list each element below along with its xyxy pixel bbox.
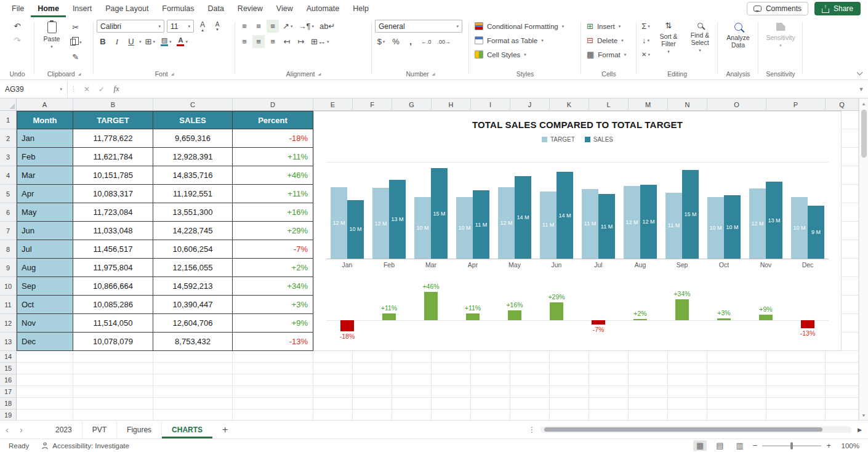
row-header-2[interactable]: 2: [0, 129, 17, 148]
empty-cell[interactable]: [550, 410, 589, 420]
row-header-4[interactable]: 4: [0, 166, 17, 185]
empty-cell[interactable]: [766, 398, 826, 410]
page-layout-view-icon[interactable]: ▤: [713, 440, 726, 451]
row-header-12[interactable]: 12: [0, 314, 17, 333]
menu-tab-data[interactable]: Data: [201, 0, 230, 17]
row-header-10[interactable]: 10: [0, 277, 17, 296]
align-bottom-button[interactable]: ≡: [267, 20, 279, 33]
empty-cell[interactable]: [668, 363, 707, 374]
alignment-dialog-launcher[interactable]: ◢: [318, 71, 321, 76]
empty-cell[interactable]: [233, 374, 313, 386]
empty-cell[interactable]: [153, 386, 233, 398]
empty-cell[interactable]: [766, 410, 826, 420]
page-break-view-icon[interactable]: ▥: [733, 440, 747, 451]
sales-bar-nov[interactable]: 13 M: [766, 182, 782, 259]
row-header-15[interactable]: 15: [0, 363, 17, 374]
column-header-i[interactable]: I: [471, 99, 510, 111]
target-bar-may[interactable]: 12 M: [498, 187, 515, 259]
empty-cell[interactable]: [550, 398, 589, 410]
cell-percent-mar[interactable]: +46%: [233, 166, 313, 185]
zoom-level[interactable]: 100%: [837, 442, 859, 450]
menu-tab-formulas[interactable]: Formulas: [155, 0, 201, 17]
sheet-nav-right-icon[interactable]: ›: [14, 424, 28, 435]
target-bar-jun[interactable]: 11 M: [540, 192, 557, 259]
cell-month-sep[interactable]: Sep: [17, 277, 73, 296]
target-bar-jan[interactable]: 12 M: [331, 187, 347, 259]
empty-cell[interactable]: [233, 398, 313, 410]
empty-cell[interactable]: [392, 363, 432, 374]
cell-target-apr[interactable]: 10,083,317: [73, 185, 153, 203]
empty-cell[interactable]: [766, 386, 826, 398]
column-header-d[interactable]: D: [233, 99, 313, 111]
cell-sales-feb[interactable]: 12,928,391: [153, 148, 233, 166]
vertical-scrollbar[interactable]: ▲ ▼: [859, 99, 868, 420]
scrollbar-splitter-icon[interactable]: ⋮: [523, 426, 540, 434]
target-bar-mar[interactable]: 10 M: [414, 197, 431, 259]
percent-bar-jul[interactable]: [592, 320, 605, 325]
empty-cell[interactable]: [668, 398, 707, 410]
empty-cell[interactable]: [392, 386, 432, 398]
column-header-e[interactable]: E: [313, 99, 353, 111]
empty-cell[interactable]: [629, 374, 668, 386]
insert-function-icon[interactable]: fx: [109, 84, 124, 94]
empty-cell[interactable]: [353, 398, 392, 410]
column-header-l[interactable]: L: [589, 99, 629, 111]
empty-cell[interactable]: [629, 351, 668, 363]
percent-bar-jun[interactable]: [550, 302, 563, 320]
paste-button[interactable]: Paste ▾: [38, 20, 66, 51]
empty-cell[interactable]: [826, 374, 859, 386]
format-as-table-button[interactable]: Format as Table ▾: [472, 34, 546, 47]
cell-percent-sep[interactable]: +34%: [233, 277, 313, 296]
empty-cell[interactable]: [668, 410, 707, 420]
sales-bar-jun[interactable]: 14 M: [557, 172, 573, 259]
percent-bar-feb[interactable]: [382, 313, 396, 320]
cell-percent-may[interactable]: +16%: [233, 203, 313, 222]
cell-month-mar[interactable]: Mar: [17, 166, 73, 185]
sales-bar-oct[interactable]: 10 M: [724, 195, 741, 259]
delete-cells-button[interactable]: ⊟Delete▾: [584, 34, 626, 47]
sheet-nav-left-icon[interactable]: ‹: [0, 424, 14, 435]
menu-tab-insert[interactable]: Insert: [66, 0, 98, 17]
empty-cell[interactable]: [353, 363, 392, 374]
target-bar-jul[interactable]: 11 M: [582, 189, 598, 259]
cell-target-may[interactable]: 11,723,084: [73, 203, 153, 222]
empty-cell[interactable]: [510, 386, 550, 398]
empty-cell[interactable]: [707, 398, 766, 410]
percent-bar-sep[interactable]: [675, 299, 689, 320]
number-format-combo[interactable]: General▾: [375, 20, 462, 33]
empty-cell[interactable]: [432, 374, 471, 386]
empty-cell[interactable]: [73, 351, 153, 363]
empty-cell[interactable]: [668, 351, 707, 363]
menu-tab-automate[interactable]: Automate: [300, 0, 347, 17]
empty-cell[interactable]: [153, 374, 233, 386]
sales-bar-dec[interactable]: 9 M: [808, 206, 824, 259]
column-header-a[interactable]: A: [17, 99, 73, 111]
cell-target-jul[interactable]: 11,456,517: [73, 240, 153, 259]
menu-tab-file[interactable]: File: [5, 0, 31, 17]
row-header-13[interactable]: 13: [0, 333, 17, 351]
empty-cell[interactable]: [432, 398, 471, 410]
target-bar-aug[interactable]: 12 M: [624, 186, 640, 259]
cell-sales-mar[interactable]: 14,835,716: [153, 166, 233, 185]
comments-button[interactable]: Comments: [747, 2, 808, 15]
zoom-slider-thumb[interactable]: [790, 442, 793, 450]
share-button[interactable]: Share: [814, 2, 861, 15]
table-header-target[interactable]: TARGET: [73, 111, 153, 129]
sheet-tab-pvt[interactable]: PVT: [82, 421, 117, 438]
empty-cell[interactable]: [313, 363, 353, 374]
empty-cell[interactable]: [510, 398, 550, 410]
empty-cell[interactable]: [432, 386, 471, 398]
percent-bar-aug[interactable]: [633, 319, 647, 320]
zoom-out-icon[interactable]: −: [753, 441, 758, 450]
sensitivity-button[interactable]: Sensitivity ▾: [765, 20, 796, 50]
empty-cell[interactable]: [233, 386, 313, 398]
empty-cell[interactable]: [707, 410, 766, 420]
cell-percent-apr[interactable]: +11%: [233, 185, 313, 203]
empty-cell[interactable]: [629, 363, 668, 374]
target-bar-sep[interactable]: 11 M: [665, 193, 682, 259]
cell-target-jun[interactable]: 11,033,048: [73, 222, 153, 240]
row-header-9[interactable]: 9: [0, 259, 17, 277]
orientation-button[interactable]: ↗▾: [281, 20, 294, 33]
cut-button[interactable]: ✂: [68, 21, 84, 34]
empty-cell[interactable]: [392, 374, 432, 386]
